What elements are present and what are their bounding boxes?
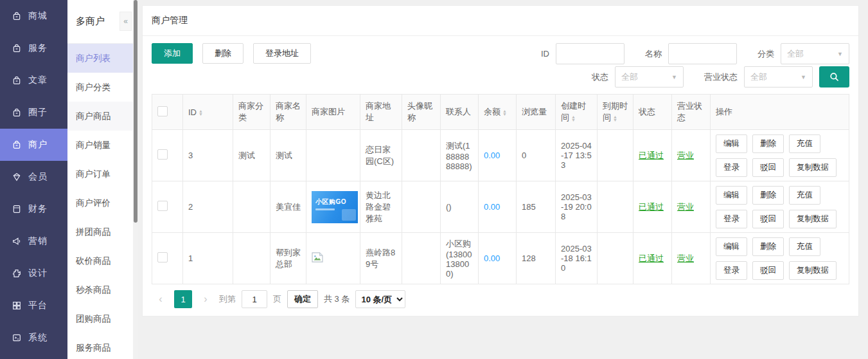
balance-link[interactable]: 0.00 [484, 202, 500, 212]
col-balance[interactable]: 余额▲▼ [479, 95, 517, 130]
login-button[interactable]: 登录 [716, 210, 747, 228]
confirm-button[interactable]: 确定 [287, 290, 318, 308]
sidebar-item-design[interactable]: 设计 [0, 257, 67, 290]
scrollbar-thumb[interactable] [134, 0, 137, 223]
status-link[interactable]: 已通过 [639, 151, 664, 160]
business-status-link[interactable]: 营业 [677, 202, 694, 212]
status-filter-select[interactable]: 全部 ▼ [615, 66, 684, 87]
merchant-table: ID▲▼ 商家分类 商家名称 商家图片 商家地址 头像昵称 联系人 余额▲▼ 浏… [152, 94, 849, 284]
copy-data-button[interactable]: 复制数据 [789, 210, 837, 228]
business-status-filter-select[interactable]: 全部 ▼ [744, 66, 813, 87]
prev-page-icon[interactable]: ‹ [153, 290, 168, 308]
cell-contact: () [441, 181, 479, 233]
select-all-checkbox[interactable] [157, 106, 168, 116]
next-page-icon[interactable]: › [198, 290, 213, 308]
chevron-down-icon: ▼ [837, 51, 843, 57]
edit-button[interactable]: 编辑 [716, 134, 747, 153]
sidebar-item-label: 圈子 [28, 107, 48, 118]
row-actions: 编辑 删除 充值 登录 驳回 复制数据 [716, 186, 844, 228]
sidebar-item-platform[interactable]: 平台 [0, 290, 67, 322]
recharge-button[interactable]: 充值 [789, 237, 820, 256]
edit-button[interactable]: 编辑 [716, 237, 747, 256]
sidebar-item-system[interactable]: 系统 [0, 322, 67, 354]
submenu-item-service-goods[interactable]: 服务商品 [67, 333, 133, 359]
vertical-scrollbar[interactable] [133, 0, 138, 359]
submenu-item-merchant-category[interactable]: 商户分类 [67, 73, 133, 102]
business-status-link[interactable]: 营业 [677, 253, 694, 263]
bag-icon [12, 11, 22, 21]
business-status-link[interactable]: 营业 [677, 151, 694, 160]
submenu-item-groupbuy-goods[interactable]: 拼团商品 [67, 217, 133, 246]
search-button[interactable] [819, 66, 849, 87]
sidebar-item-members[interactable]: 会员 [0, 161, 67, 193]
submenu-item-merchant-list[interactable]: 商户列表 [67, 44, 133, 73]
sidebar-item-circle[interactable]: 圈子 [0, 97, 67, 129]
sidebar-collapse-button[interactable]: « [120, 12, 132, 31]
balance-link[interactable]: 0.00 [484, 253, 500, 263]
total-count-label: 共 3 条 [324, 293, 350, 305]
page-number-button[interactable]: 1 [174, 290, 192, 308]
submenu-item-merchant-reviews[interactable]: 商户评价 [67, 189, 133, 217]
sidebar-item-services[interactable]: 服务 [0, 32, 67, 64]
row-checkbox[interactable] [157, 201, 168, 211]
cell-image [306, 233, 360, 284]
status-link[interactable]: 已通过 [639, 253, 664, 263]
merchant-image[interactable]: 小区购GO [312, 191, 358, 223]
sidebar-item-articles[interactable]: 文章 [0, 64, 67, 97]
delete-button[interactable]: 删除 [202, 43, 244, 64]
submenu-item-bargain-goods[interactable]: 砍价商品 [67, 246, 133, 275]
sidebar-item-marketing[interactable]: 营销 [0, 225, 67, 257]
login-button[interactable]: 登录 [716, 261, 747, 280]
filter-row-1: ID 名称 分类 全部 ▼ [527, 43, 849, 64]
status-link[interactable]: 已通过 [639, 202, 664, 212]
login-button[interactable]: 登录 [716, 158, 747, 177]
row-checkbox[interactable] [157, 149, 168, 160]
id-filter-input[interactable] [556, 43, 624, 64]
reject-button[interactable]: 驳回 [752, 210, 784, 228]
page-size-select[interactable]: 10 条/页 [355, 290, 405, 308]
sidebar-item-merchant[interactable]: 商户 [0, 129, 67, 161]
submenu-title: 多商户 [76, 15, 105, 28]
login-address-button[interactable]: 登录地址 [253, 43, 311, 64]
delete-row-button[interactable]: 删除 [752, 237, 784, 256]
sidebar-item-finance[interactable]: 财务 [0, 193, 67, 225]
cell-name: 帮到家总部 [270, 233, 306, 284]
copy-data-button[interactable]: 复制数据 [789, 158, 837, 177]
col-select [152, 95, 183, 130]
add-button[interactable]: 添加 [152, 43, 193, 64]
col-created[interactable]: 创建时间▲▼ [556, 95, 598, 130]
submenu-item-grouppurchase-goods[interactable]: 团购商品 [67, 304, 133, 333]
delete-row-button[interactable]: 删除 [752, 186, 784, 205]
row-checkbox[interactable] [157, 252, 168, 262]
col-expire[interactable]: 到期时间▲▼ [598, 95, 633, 130]
submenu-item-flashsale-goods[interactable]: 秒杀商品 [67, 275, 133, 304]
edit-button[interactable]: 编辑 [716, 186, 747, 205]
copy-data-button[interactable]: 复制数据 [789, 261, 837, 280]
cell-name: 美宜佳 [270, 181, 306, 233]
delete-row-button[interactable]: 删除 [752, 134, 784, 153]
col-id[interactable]: ID▲▼ [183, 95, 233, 130]
balance-link[interactable]: 0.00 [484, 151, 500, 160]
page-title: 商户管理 [152, 6, 849, 35]
sidebar-item-mall[interactable]: 商城 [0, 0, 67, 32]
submenu-item-merchant-orders[interactable]: 商户订单 [67, 160, 133, 189]
sidebar-item-label: 平台 [28, 300, 48, 311]
jump-page-input[interactable] [242, 290, 267, 308]
reject-button[interactable]: 驳回 [752, 261, 784, 280]
submenu-item-merchant-goods[interactable]: 商户商品 [67, 102, 133, 131]
category-filter-select[interactable]: 全部 ▼ [781, 43, 849, 64]
sidebar-item-label: 商户 [28, 139, 48, 151]
recharge-button[interactable]: 充值 [789, 186, 820, 205]
name-filter-input[interactable] [668, 43, 737, 64]
sort-icon[interactable]: ▲▼ [199, 109, 203, 116]
reject-button[interactable]: 驳回 [752, 158, 784, 177]
recharge-button[interactable]: 充值 [789, 134, 820, 153]
sort-icon[interactable]: ▲▼ [613, 115, 617, 122]
sort-icon[interactable]: ▲▼ [571, 115, 576, 122]
primary-sidebar: 商城 服务 文章 圈子 商户 会员 财务 营销 设计 平台 系统 [0, 0, 67, 359]
megaphone-icon [12, 236, 22, 246]
id-filter-label: ID [541, 49, 549, 59]
sort-icon[interactable]: ▲▼ [502, 109, 507, 116]
row-actions: 编辑 删除 充值 登录 驳回 复制数据 [716, 237, 844, 280]
submenu-item-merchant-sales[interactable]: 商户销量 [67, 131, 133, 160]
